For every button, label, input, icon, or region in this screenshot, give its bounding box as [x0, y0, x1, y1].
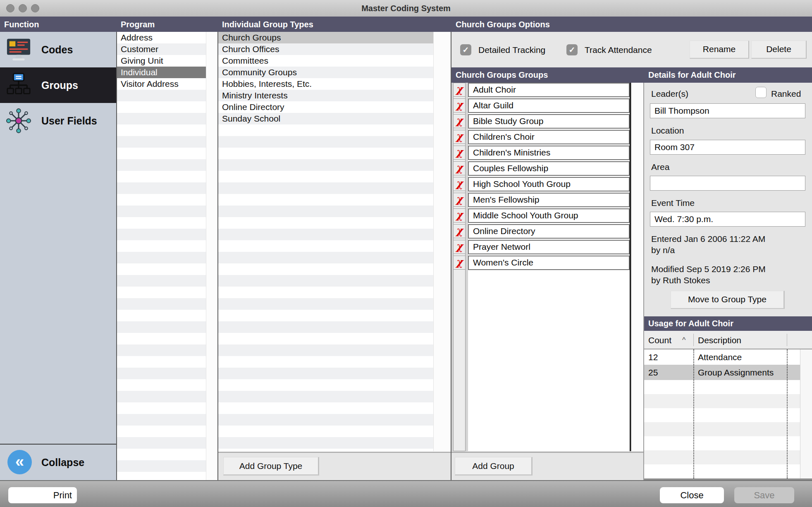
ranked-label: Ranked	[771, 88, 801, 99]
details-divider	[643, 83, 644, 480]
group-row-mens-fellowship[interactable]: Men's Fellowship	[468, 193, 630, 207]
sidebar-item-label: User Fields	[41, 103, 97, 139]
group-row-adult-choir[interactable]: Adult Choir	[468, 83, 630, 97]
sidebar-item-label: Groups	[41, 67, 78, 103]
group-row-middle-school-youth[interactable]: Middle School Youth Group	[468, 208, 630, 223]
modified-info: Modified Sep 5 2019 2:26 PMby Ruth Stoke…	[651, 263, 808, 286]
program-list	[117, 32, 206, 480]
church-groups-panel: χ Adult Choir χ Altar Guild χ Bible Stud…	[451, 83, 644, 452]
master-coding-system-window: Master Coding System Function Program In…	[0, 0, 812, 507]
codes-monitor-icon	[6, 37, 31, 62]
group-type-committees[interactable]: Committees	[218, 55, 433, 67]
area-input[interactable]	[650, 176, 805, 191]
delete-x-icon[interactable]: χ	[453, 224, 466, 238]
area-label: Area	[651, 162, 669, 172]
ranked-checkbox[interactable]	[755, 87, 767, 98]
column-divider	[116, 32, 117, 480]
group-row-bible-study[interactable]: Bible Study Group	[468, 114, 630, 129]
header-function: Function	[4, 19, 39, 30]
print-button[interactable]: Print	[8, 487, 77, 503]
header-group-types: Individual Group Types	[222, 19, 313, 30]
program-item-address[interactable]: Address	[117, 32, 206, 43]
program-item-visitor-address[interactable]: Visitor Address	[117, 78, 206, 90]
leaders-label: Leader(s)	[651, 88, 688, 99]
add-group-button[interactable]: Add Group	[455, 457, 533, 476]
delete-button[interactable]: Delete	[751, 41, 807, 59]
delete-x-icon[interactable]: χ	[453, 114, 466, 128]
usage-column-dotted-line	[787, 349, 788, 478]
sort-ascending-icon[interactable]: ^	[682, 335, 685, 346]
group-type-community-groups[interactable]: Community Groups	[218, 67, 433, 78]
usage-scrollbar-track[interactable]	[800, 349, 812, 478]
delete-x-icon[interactable]: χ	[453, 177, 466, 191]
delete-x-icon[interactable]: χ	[453, 193, 466, 207]
program-item-individual-selected[interactable]: Individual	[117, 67, 206, 78]
delete-x-icon[interactable]: χ	[453, 161, 466, 175]
usage-col-count[interactable]: Count	[648, 335, 671, 346]
group-type-sunday-school[interactable]: Sunday School	[218, 113, 433, 124]
program-scrollbar-track[interactable]	[206, 32, 218, 480]
usage-col-description[interactable]: Description	[698, 335, 741, 346]
add-group-type-bar: Add Group Type	[218, 452, 451, 480]
group-type-church-groups-selected[interactable]: Church Groups	[218, 32, 433, 43]
usage-table-header: Count ^ Description	[644, 331, 812, 349]
collapse-label: Collapse	[41, 445, 84, 480]
sidebar-item-groups[interactable]: Groups	[0, 67, 116, 103]
delete-x-icon[interactable]: χ	[453, 240, 466, 254]
detailed-tracking-checkbox[interactable]: ✓	[460, 44, 471, 55]
sidebar-item-user-fields[interactable]: User Fields	[0, 103, 116, 139]
group-types-scrollbar-track[interactable]	[433, 32, 451, 451]
usage-header-separator	[693, 334, 694, 346]
delete-x-icon[interactable]: χ	[453, 256, 466, 270]
delete-x-icon[interactable]: χ	[453, 98, 466, 112]
group-type-ministry-interests[interactable]: Ministry Interests	[218, 90, 433, 101]
delete-x-icon[interactable]: χ	[453, 83, 466, 97]
location-input[interactable]	[650, 140, 805, 155]
group-row-online-directory[interactable]: Online Directory	[468, 224, 630, 239]
church-groups-groups-header: Church Groups Groups	[456, 69, 548, 80]
program-item-giving-unit[interactable]: Giving Unit	[117, 55, 206, 67]
sidebar-item-label: Codes	[41, 32, 73, 67]
sidebar-item-codes[interactable]: Codes	[0, 32, 116, 67]
delete-x-icon[interactable]: χ	[453, 146, 466, 160]
leaders-input[interactable]	[650, 103, 805, 118]
column-divider	[451, 32, 451, 480]
group-row-prayer-network[interactable]: Prayer Networl	[468, 240, 630, 254]
collapse-chevrons-icon: «	[7, 450, 32, 474]
usage-table-body: 12 Attendance 25 Group Assignments	[644, 349, 800, 478]
add-group-bar: Add Group	[451, 452, 644, 480]
group-row-couples-fellowship[interactable]: Couples Fellowship	[468, 161, 630, 176]
rename-button[interactable]: Rename	[690, 41, 749, 59]
details-header: Details for Adult Choir	[648, 69, 736, 80]
close-button[interactable]: Close	[660, 487, 724, 503]
group-type-church-offices[interactable]: Church Offices	[218, 43, 433, 55]
detailed-tracking-label: Detailed Tracking	[478, 44, 545, 55]
usage-column-dotted-line	[693, 349, 694, 478]
delete-x-icon[interactable]: χ	[453, 130, 466, 144]
save-button-disabled[interactable]: Save	[734, 487, 794, 503]
usage-header-separator	[787, 334, 787, 346]
usage-row-attendance[interactable]: 12 Attendance	[644, 349, 800, 365]
delete-x-icon[interactable]: χ	[453, 208, 466, 222]
add-group-type-button[interactable]: Add Group Type	[223, 457, 319, 476]
event-time-label: Event Time	[651, 198, 695, 208]
group-row-high-school-youth[interactable]: High School Youth Group	[468, 177, 630, 191]
group-type-online-directory[interactable]: Online Directory	[218, 101, 433, 113]
window-title: Master Coding System	[0, 0, 812, 17]
group-row-womens-circle[interactable]: Women's Circle	[468, 256, 630, 270]
column-divider	[217, 32, 218, 480]
move-to-group-type-button[interactable]: Move to Group Type	[671, 291, 785, 309]
track-attendance-checkbox[interactable]: ✓	[566, 44, 578, 55]
group-row-childrens-choir[interactable]: Children's Choir	[468, 130, 630, 144]
usage-row-group-assignments[interactable]: 25 Group Assignments	[644, 365, 800, 380]
program-item-customer[interactable]: Customer	[117, 43, 206, 55]
group-row-childrens-ministries[interactable]: Children's Ministries	[468, 146, 630, 160]
header-program: Program	[121, 19, 155, 30]
collapse-button[interactable]: « Collapse	[0, 445, 116, 480]
entered-info: Entered Jan 6 2006 11:22 AMby n/a	[651, 233, 808, 256]
group-row-altar-guild[interactable]: Altar Guild	[468, 98, 630, 113]
event-time-input[interactable]	[650, 212, 805, 227]
groups-scrollbar-track[interactable]	[631, 83, 644, 451]
details-panel: Leader(s) Ranked Location Area Event Tim…	[644, 83, 812, 316]
group-type-hobbies[interactable]: Hobbies, Interests, Etc.	[218, 78, 433, 90]
